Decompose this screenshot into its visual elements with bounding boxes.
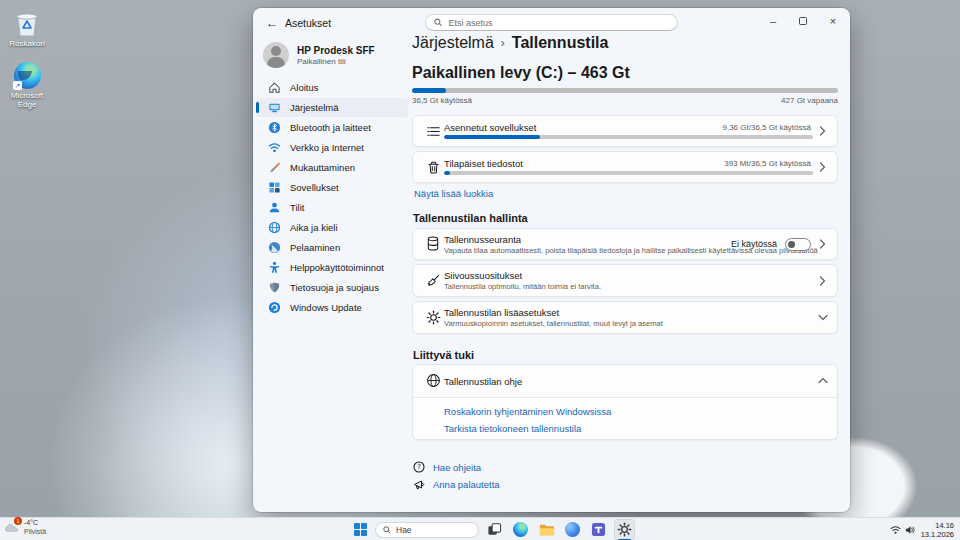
desktop-icon-recycle-bin[interactable]: Roskakori bbox=[1, 8, 53, 48]
row-cleanup-recommendations[interactable]: Siivoussuositukset Tallennustila optimoi… bbox=[412, 264, 838, 297]
sidebar-item-verkko[interactable]: Verkko ja Internet bbox=[256, 138, 408, 157]
wifi-icon bbox=[267, 141, 281, 155]
back-button[interactable]: ← bbox=[261, 13, 283, 33]
settings-sidebar: HP Prodesk SFF Paikallinen tili Aloitus … bbox=[253, 38, 411, 512]
sidebar-item-pelaaminen[interactable]: Pelaaminen bbox=[256, 238, 408, 257]
support-link-recycle[interactable]: Roskakorin tyhjentäminen Windowsissa bbox=[444, 406, 611, 417]
row-description: Tallennustila optimoitu, mitään toimia e… bbox=[444, 282, 727, 291]
file-explorer-button[interactable] bbox=[536, 519, 557, 540]
support-heading: Liittyvä tuki bbox=[413, 349, 474, 361]
storage-sense-toggle[interactable] bbox=[785, 238, 811, 251]
row-advanced-storage[interactable]: Tallennustilan lisäasetukset Varmuuskopi… bbox=[412, 301, 838, 334]
wifi-tray-icon bbox=[890, 525, 901, 535]
sidebar-item-tilit[interactable]: Tilit bbox=[256, 198, 408, 217]
teams-taskbar-button[interactable] bbox=[588, 519, 609, 540]
breadcrumb-current: Tallennustila bbox=[512, 34, 609, 52]
chevron-down-icon[interactable] bbox=[818, 313, 828, 323]
drive-used-label: 36,5 Gt käytössä bbox=[412, 96, 472, 105]
category-installed-apps[interactable]: Asennetut sovellukset 9,36 Gt/36,5 Gt kä… bbox=[412, 115, 838, 147]
desktop-icon-edge[interactable]: ↗ Microsoft Edge bbox=[1, 60, 53, 109]
support-link-check-storage[interactable]: Tarkista tietokoneen tallennustila bbox=[444, 423, 611, 434]
give-feedback-link[interactable]: Anna palautetta bbox=[413, 478, 500, 490]
category-temp-files[interactable]: Tilapäiset tiedostot 393 Mt/36,5 Gt käyt… bbox=[412, 151, 838, 183]
management-heading: Tallennustilan hallinta bbox=[413, 212, 528, 224]
globe-icon bbox=[426, 373, 442, 389]
close-button[interactable]: × bbox=[818, 10, 848, 32]
edge-icon: ↗ bbox=[11, 60, 43, 90]
settings-taskbar-button[interactable] bbox=[614, 519, 635, 540]
sidebar-item-windows-update[interactable]: Windows Update bbox=[256, 298, 408, 317]
weather-widget[interactable]: 1 -4°C Pilvistä bbox=[3, 519, 46, 536]
update-icon bbox=[267, 301, 281, 315]
sidebar-item-helppokayttotoiminnot[interactable]: Helppokäyttötoiminnot bbox=[256, 258, 408, 277]
gear-icon bbox=[426, 310, 442, 326]
avatar bbox=[263, 42, 289, 68]
chevron-right-icon[interactable] bbox=[818, 126, 828, 136]
row-storage-sense[interactable]: Tallennusseuranta Vapauta tilaa automaat… bbox=[412, 228, 838, 260]
search-icon bbox=[383, 526, 391, 534]
breadcrumb-parent[interactable]: Järjestelmä bbox=[412, 34, 494, 52]
row-description: Varmuuskopioinnin asetukset, tallennusti… bbox=[444, 319, 727, 328]
copilot-icon bbox=[565, 522, 580, 537]
taskbar-clock[interactable]: 14.16 13.1.2026 bbox=[921, 521, 954, 539]
get-help-link[interactable]: ? Hae ohjeita bbox=[413, 461, 481, 473]
chevron-right-icon[interactable] bbox=[818, 276, 828, 286]
start-button[interactable] bbox=[350, 520, 370, 540]
chevron-up-icon[interactable] bbox=[818, 376, 828, 386]
copilot-taskbar-button[interactable] bbox=[562, 519, 583, 540]
support-card-header[interactable]: Tallennustilan ohje bbox=[413, 365, 837, 397]
toggle-state-label: Ei käytössä bbox=[731, 239, 777, 249]
drive-free-label: 427 Gt vapaana bbox=[781, 96, 838, 105]
brush-icon bbox=[267, 161, 281, 175]
desktop-wallpaper: Roskakori ↗ Microsoft Edge ← Asetukset –… bbox=[0, 0, 960, 540]
category-usage-bar bbox=[444, 171, 813, 175]
task-view-button[interactable] bbox=[484, 519, 505, 540]
chevron-right-icon[interactable] bbox=[818, 239, 828, 249]
settings-search-input[interactable] bbox=[448, 18, 669, 28]
weather-cloud-icon: 1 bbox=[3, 519, 20, 536]
settings-search-box[interactable] bbox=[425, 14, 678, 31]
category-usage: 393 Mt/36,5 Gt käytössä bbox=[724, 159, 811, 168]
show-more-categories-link[interactable]: Näytä lisää luokkia bbox=[414, 188, 493, 199]
accessibility-icon bbox=[267, 261, 281, 275]
svg-text:?: ? bbox=[417, 463, 421, 471]
task-view-icon bbox=[487, 522, 502, 537]
system-icon bbox=[267, 101, 281, 115]
settings-window: ← Asetukset – × HP Prodesk SFF Paikallin… bbox=[253, 8, 850, 512]
broom-icon bbox=[426, 273, 442, 289]
system-tray[interactable] bbox=[890, 525, 916, 535]
sidebar-item-sovellukset[interactable]: Sovellukset bbox=[256, 178, 408, 197]
divider bbox=[413, 397, 837, 398]
feedback-icon bbox=[413, 478, 425, 490]
windows-logo-icon bbox=[354, 523, 367, 536]
app-title: Asetukset bbox=[285, 17, 331, 29]
settings-main: Järjestelmä › Tallennustila Paikallinen … bbox=[412, 38, 839, 512]
user-name: HP Prodesk SFF bbox=[297, 45, 375, 57]
recycle-bin-icon bbox=[11, 8, 43, 38]
maximize-button[interactable] bbox=[788, 10, 818, 32]
breadcrumb-separator: › bbox=[501, 36, 505, 50]
category-title: Asennetut sovellukset bbox=[444, 122, 536, 133]
edge-taskbar-button[interactable] bbox=[510, 519, 531, 540]
sidebar-item-bluetooth[interactable]: Bluetooth ja laitteet bbox=[256, 118, 408, 137]
chevron-right-icon[interactable] bbox=[818, 162, 828, 172]
sidebar-item-aloitus[interactable]: Aloitus bbox=[256, 78, 408, 97]
category-usage-bar bbox=[444, 135, 813, 139]
category-title: Tilapäiset tiedostot bbox=[444, 158, 523, 169]
search-icon bbox=[434, 18, 442, 27]
sidebar-item-tietosuoja[interactable]: Tietosuoja ja suojaus bbox=[256, 278, 408, 297]
user-account-type: Paikallinen tili bbox=[297, 57, 375, 66]
sidebar-item-jarjestelma[interactable]: Järjestelmä bbox=[256, 98, 408, 117]
minimize-button[interactable]: – bbox=[758, 10, 788, 32]
support-card-title: Tallennustilan ohje bbox=[444, 376, 522, 387]
storage-sense-icon bbox=[426, 236, 442, 252]
taskbar-search-label: Hae bbox=[396, 525, 412, 535]
user-account[interactable]: HP Prodesk SFF Paikallinen tili bbox=[263, 42, 405, 68]
taskbar-search[interactable]: Hae bbox=[375, 522, 479, 538]
sidebar-item-aika-ja-kieli[interactable]: Aika ja kieli bbox=[256, 218, 408, 237]
row-description: Vapauta tilaa automaattisesti, poista ti… bbox=[444, 246, 727, 255]
category-usage: 9,36 Gt/36,5 Gt käytössä bbox=[723, 123, 812, 132]
sidebar-item-mukauttaminen[interactable]: Mukauttaminen bbox=[256, 158, 408, 177]
support-card: Tallennustilan ohje Roskakorin tyhjentäm… bbox=[412, 364, 838, 440]
row-title: Siivoussuositukset bbox=[444, 270, 522, 281]
